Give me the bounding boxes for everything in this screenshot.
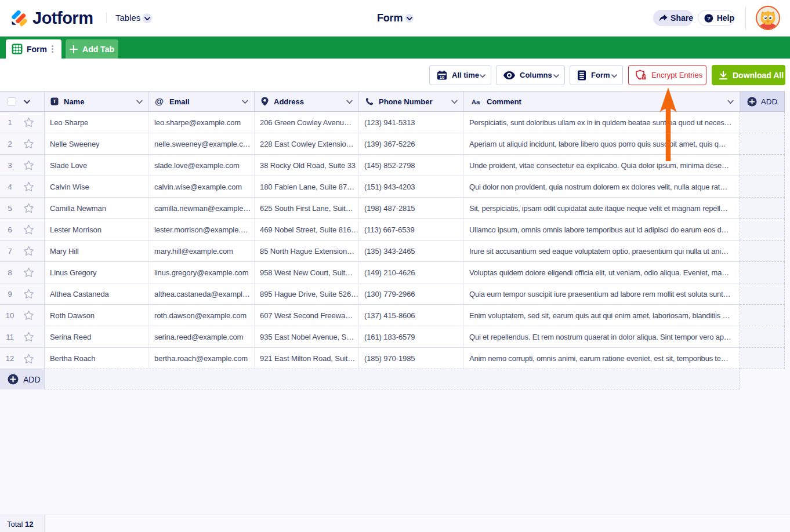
svg-text:T: T bbox=[53, 98, 56, 104]
svg-text:10: 10 bbox=[440, 74, 444, 79]
svg-text:@: @ bbox=[155, 97, 164, 106]
svg-text:Aa: Aa bbox=[472, 99, 480, 105]
svg-text:?: ? bbox=[707, 14, 711, 21]
